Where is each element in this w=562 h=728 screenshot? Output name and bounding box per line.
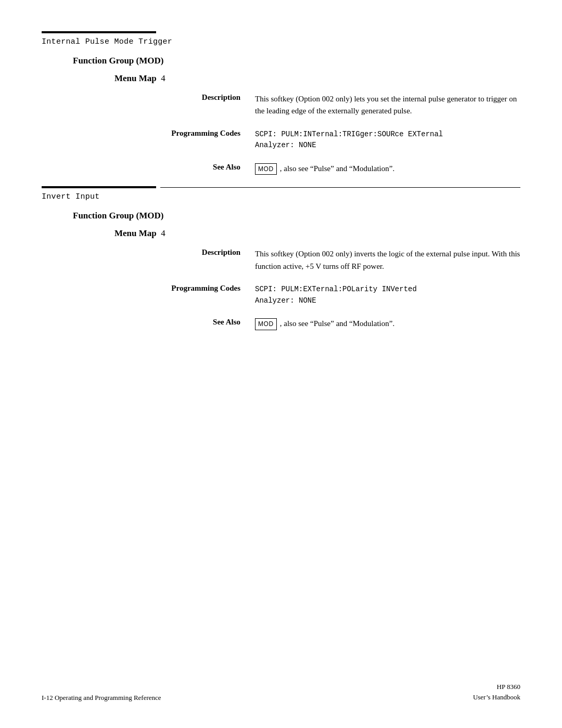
section-invert-input: Invert Input Function Group (MOD) Menu M…	[42, 192, 520, 330]
section-title-2: Invert Input	[42, 192, 520, 201]
section-title-1: Internal Pulse Mode Trigger	[42, 37, 520, 46]
see-also-content-2: MOD, also see “Pulse” and “Modulation”.	[255, 318, 520, 330]
entry-content-programming-codes-1: SCPI: PULM:INTernal:TRIGger:SOURce EXTer…	[255, 129, 520, 151]
entry-label-description-1: Description	[146, 93, 255, 102]
see-also-content-1: MOD, also see “Pulse” and “Modulation”.	[255, 163, 520, 175]
footer-left: I-12 Operating and Programming Reference	[42, 694, 161, 702]
entry-content-see-also-1: MOD, also see “Pulse” and “Modulation”.	[255, 163, 520, 175]
see-also-text-2: , also see “Pulse” and “Modulation”.	[280, 318, 394, 330]
entry-description-2: Description This softkey (Option 002 onl…	[146, 248, 520, 272]
entry-description-1: Description This softkey (Option 002 onl…	[146, 93, 520, 118]
entry-see-also-1: See Also MOD, also see “Pulse” and “Modu…	[146, 163, 520, 175]
section-divider-bottom	[42, 186, 520, 188]
entry-label-description-2: Description	[146, 248, 255, 257]
thick-line	[42, 186, 156, 188]
entries-2: Description This softkey (Option 002 onl…	[146, 248, 520, 330]
page: Internal Pulse Mode Trigger Function Gro…	[0, 0, 562, 728]
entries-1: Description This softkey (Option 002 onl…	[146, 93, 520, 175]
entry-content-description-1: This softkey (Option 002 only) lets you …	[255, 93, 520, 118]
thin-line	[160, 187, 520, 188]
entry-programming-codes-2: Programming Codes SCPI: PULM:EXTernal:PO…	[146, 284, 520, 306]
footer-right-line2: User’s Handbook	[473, 692, 520, 703]
menu-map-2: Menu Map 4 Description This softkey (Opt…	[114, 228, 520, 330]
entry-content-see-also-2: MOD, also see “Pulse” and “Modulation”.	[255, 318, 520, 330]
section-divider-top	[42, 31, 156, 33]
programming-code-line-1-2: Analyzer: NONE	[255, 140, 520, 151]
programming-code-line-1-1: SCPI: PULM:INTernal:TRIGger:SOURce EXTer…	[255, 129, 520, 140]
mod-badge-2: MOD	[255, 318, 277, 330]
footer-right: HP 8360 User’s Handbook	[473, 682, 520, 702]
entry-label-programming-codes-1: Programming Codes	[146, 129, 255, 138]
function-group-label-1: Function Group (MOD)	[73, 56, 520, 66]
entry-programming-codes-1: Programming Codes SCPI: PULM:INTernal:TR…	[146, 129, 520, 151]
entry-content-description-2: This softkey (Option 002 only) inverts t…	[255, 248, 520, 272]
menu-map-label-1: Menu Map 4	[114, 73, 520, 84]
function-group-1: Function Group (MOD) Menu Map 4 Descript…	[73, 56, 520, 175]
footer-right-line1: HP 8360	[473, 682, 520, 692]
footer: I-12 Operating and Programming Reference…	[42, 682, 520, 702]
function-group-label-2: Function Group (MOD)	[73, 211, 520, 221]
menu-map-label-2: Menu Map 4	[114, 228, 520, 239]
entry-label-programming-codes-2: Programming Codes	[146, 284, 255, 293]
function-group-2: Function Group (MOD) Menu Map 4 Descript…	[73, 211, 520, 330]
mod-badge-1: MOD	[255, 163, 277, 175]
menu-map-1: Menu Map 4 Description This softkey (Opt…	[114, 73, 520, 175]
entry-see-also-2: See Also MOD, also see “Pulse” and “Modu…	[146, 318, 520, 330]
see-also-text-1: , also see “Pulse” and “Modulation”.	[280, 163, 394, 175]
section-internal-pulse-mode-trigger: Internal Pulse Mode Trigger Function Gro…	[42, 31, 520, 175]
entry-label-see-also-1: See Also	[146, 163, 255, 172]
programming-code-line-2-1: SCPI: PULM:EXTernal:POLarity INVerted	[255, 284, 520, 295]
entry-label-see-also-2: See Also	[146, 318, 255, 327]
entry-content-programming-codes-2: SCPI: PULM:EXTernal:POLarity INVerted An…	[255, 284, 520, 306]
programming-code-line-2-2: Analyzer: NONE	[255, 295, 520, 307]
